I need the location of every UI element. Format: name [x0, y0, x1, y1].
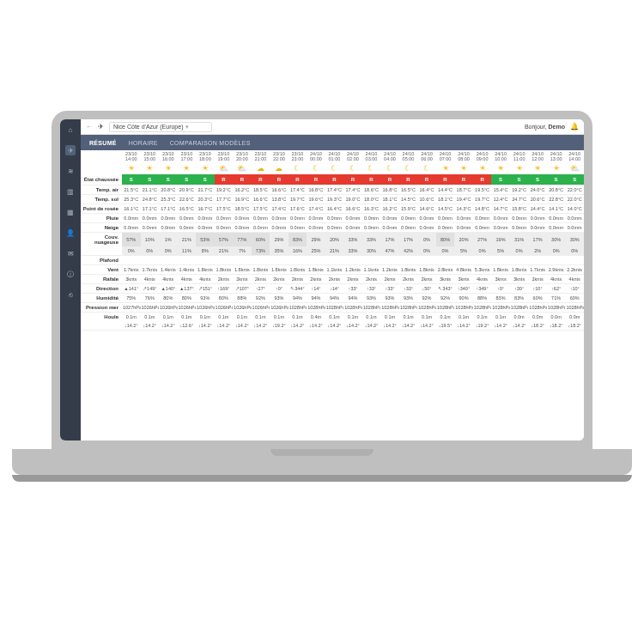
data-cell: ↑0°	[491, 284, 510, 294]
data-cell: 0.0mm	[417, 214, 436, 223]
data-cell	[270, 256, 289, 265]
data-cell: ☀	[510, 162, 529, 174]
data-cell: 0.0mm	[307, 223, 325, 233]
data-cell: 0.1m	[380, 313, 399, 322]
data-cell: 0.0mm	[233, 223, 252, 233]
data-cell	[528, 256, 547, 265]
data-cell: S	[196, 174, 215, 185]
row-label: Pluie	[81, 214, 122, 223]
plane-icon[interactable]: ✈	[65, 145, 76, 155]
data-cell: 17.6°C	[289, 204, 307, 214]
data-cell: 2knts	[362, 275, 381, 284]
data-cell: 12.4°C	[491, 195, 510, 204]
data-cell: 1.2knts	[343, 265, 362, 275]
row-label: Neige	[81, 223, 122, 233]
data-cell: 0.0mm	[307, 214, 325, 223]
data-cell: 0.1m	[454, 313, 473, 322]
data-cell: 14.6°C	[417, 204, 436, 214]
data-cell: 1028hPa	[436, 303, 455, 313]
data-cell: 11%	[178, 246, 197, 256]
wifi-icon[interactable]: ≋	[65, 166, 76, 176]
data-cell: 0.0mm	[233, 214, 252, 223]
data-cell: 19.2°C	[215, 185, 234, 195]
data-cell: 1026hPa	[233, 303, 252, 313]
data-cell: 0.0mm	[141, 223, 160, 233]
back-button[interactable]: ←	[86, 123, 93, 131]
data-cell: 0.0mm	[436, 223, 455, 233]
data-cell: 0.0mm	[565, 214, 584, 223]
data-cell: ☾	[380, 162, 399, 174]
data-cell: S	[510, 174, 529, 185]
data-cell: 21%	[215, 246, 234, 256]
data-cell: 1028hPa	[362, 303, 381, 313]
tab-horaire[interactable]: HORAIRE	[129, 140, 158, 146]
data-cell	[159, 256, 178, 265]
data-cell: ↓14.2°	[380, 321, 399, 331]
data-cell: 3knts	[454, 275, 473, 284]
data-cell: 93%	[380, 294, 399, 303]
greeting: Bonjour, Demo	[525, 124, 565, 130]
data-cell: 2knts	[399, 275, 418, 284]
data-cell: 24.8°C	[141, 195, 160, 204]
data-cell: 57%	[215, 233, 234, 247]
data-cell: 88%	[233, 294, 252, 303]
data-cell: 0.0mm	[528, 214, 547, 223]
user-icon[interactable]: 👤	[65, 228, 76, 238]
data-cell: ☀	[491, 162, 510, 174]
data-cell	[380, 256, 399, 265]
data-cell: 24/1003:00	[362, 150, 381, 162]
logout-icon[interactable]: ⎋	[65, 289, 76, 300]
data-cell: 16.8°C	[380, 185, 399, 195]
data-cell: 1028hPa	[289, 303, 307, 313]
location-name: Nice Côte d'Azur (Europe)	[113, 124, 183, 130]
data-cell: 0%	[510, 246, 529, 256]
data-cell	[141, 256, 160, 265]
data-cell: S	[547, 174, 566, 185]
chart-icon[interactable]: ▥	[65, 186, 76, 197]
data-cell: 19.4°C	[454, 195, 473, 204]
tab-resume[interactable]: RÉSUMÉ	[89, 140, 117, 146]
row-label: Vent	[81, 265, 122, 275]
data-cell: 19.7°C	[289, 195, 307, 204]
data-cell: 5.3knts	[473, 265, 492, 275]
data-cell: 29%	[307, 233, 325, 247]
data-cell: 14.5°C	[399, 195, 418, 204]
data-cell: R	[270, 174, 289, 185]
data-cell: 0.1m	[362, 313, 381, 322]
data-cell	[547, 256, 566, 265]
data-cell: 33%	[362, 233, 381, 247]
data-cell: 23/1022:00	[270, 150, 289, 162]
data-cell: ↓14.2°	[159, 321, 178, 331]
data-cell: 14.8°C	[473, 204, 492, 214]
data-cell: 20.6°C	[528, 195, 547, 204]
location-select[interactable]: Nice Côte d'Azur (Europe) ▾	[109, 122, 212, 132]
data-cell: 29%	[270, 233, 289, 247]
data-cell: 0.0mm	[196, 214, 215, 223]
data-cell: R	[436, 174, 455, 185]
data-cell: ☀	[196, 162, 215, 174]
data-cell: 14.5°C	[436, 204, 455, 214]
info-icon[interactable]: ⓘ	[65, 269, 76, 279]
chat-icon[interactable]: ✉	[65, 248, 76, 258]
data-cell: ↓18.2°	[547, 321, 566, 331]
data-cell: ☀	[178, 162, 197, 174]
data-cell	[122, 256, 141, 265]
data-cell: ↓14.2°	[252, 321, 270, 331]
data-cell: 0.0mm	[270, 214, 289, 223]
data-cell: 60%	[252, 233, 270, 247]
data-cell: 4knts	[141, 275, 160, 284]
data-cell: ↗151°	[196, 284, 215, 294]
data-cell: S	[528, 174, 547, 185]
grid-icon[interactable]: ▦	[65, 207, 76, 217]
bell-icon[interactable]: 🔔	[570, 123, 579, 131]
data-cell: 17.7°C	[215, 195, 234, 204]
tab-comparaison[interactable]: COMPARAISON MODÈLES	[170, 140, 251, 146]
data-cell: 0.0mm	[159, 223, 178, 233]
data-cell: R	[454, 174, 473, 185]
home-icon[interactable]: ⌂	[65, 125, 76, 135]
data-cell: 1026hPa	[196, 303, 215, 313]
data-cell: 93%	[196, 294, 215, 303]
data-cell: 80%	[215, 294, 234, 303]
data-cell: ↓19.2°	[473, 321, 492, 331]
data-cell: 17.4°C	[343, 185, 362, 195]
